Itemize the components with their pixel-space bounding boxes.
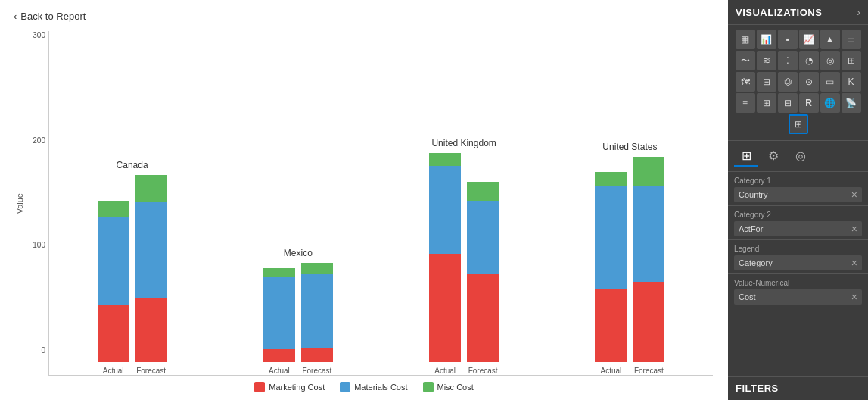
bar-x-label-3-0: Actual: [600, 367, 621, 375]
field-pill-1[interactable]: ActFor×: [734, 221, 862, 236]
field-section-label-2: Legend: [734, 245, 862, 253]
field-pill-2[interactable]: Category×: [734, 255, 862, 270]
legend-label-0: Marketing Cost: [269, 383, 325, 392]
y-axis-label: Value: [15, 193, 24, 214]
bar-segment-1-0-0: [263, 349, 295, 362]
chart-legend: Marketing CostMaterials CostMisc Cost: [254, 382, 474, 392]
back-label: Back to Report: [20, 11, 86, 22]
viz-icon-table[interactable]: ⊞: [757, 93, 776, 113]
bars-row-3: ActualForecast: [555, 157, 705, 375]
legend-item-2: Misc Cost: [423, 382, 474, 392]
field-section-3: Value-NumericalCost×: [728, 274, 868, 308]
bar-segment-2-0-2: [429, 153, 461, 166]
stacked-bar-1-1[interactable]: [301, 263, 333, 362]
viz-icon-bar[interactable]: 📊: [757, 30, 776, 49]
tab-analytics[interactable]: ◎: [789, 145, 813, 167]
viz-icon-map[interactable]: 🗺: [736, 72, 755, 92]
field-pill-remove-3[interactable]: ×: [851, 292, 857, 302]
viz-icon-treemap[interactable]: ⊞: [842, 51, 861, 70]
bar-x-label-2-0: Actual: [434, 367, 456, 375]
filters-header: FILTERS: [728, 376, 868, 400]
viz-icon-waterfall[interactable]: ≋: [757, 51, 776, 70]
panel-title: VISUALIZATIONS: [736, 7, 822, 18]
panel-collapse-button[interactable]: ›: [857, 6, 860, 18]
viz-icon-gauge[interactable]: ⊙: [799, 72, 819, 92]
field-pill-3[interactable]: Cost×: [734, 289, 862, 305]
bar-segment-1-1-0: [301, 348, 333, 362]
bar-segment-2-1-1: [467, 201, 499, 274]
field-pill-remove-1[interactable]: ×: [851, 223, 857, 234]
viz-icon-donut[interactable]: ◎: [820, 51, 840, 70]
field-pill-value-0: Country: [739, 190, 768, 199]
bar-segment-2-1-0: [467, 274, 499, 362]
stacked-bar-0-1[interactable]: [135, 175, 167, 362]
viz-icon-funnel[interactable]: ⏣: [778, 72, 798, 92]
bar-segment-3-1-0: [633, 282, 664, 362]
bars-row-2: ActualForecast: [389, 153, 540, 375]
viz-icon-pie[interactable]: ◔: [799, 51, 819, 70]
country-group-0: CanadaActualForecast: [57, 160, 207, 375]
bar-col-3-1: Forecast: [633, 157, 664, 375]
y-axis-ticks: 300 200 100 0: [27, 31, 48, 376]
field-pill-0[interactable]: Country×: [734, 187, 862, 202]
bar-segment-0-0-1: [98, 217, 129, 305]
stacked-bar-3-0[interactable]: [595, 172, 627, 362]
stacked-bar-1-0[interactable]: [263, 268, 295, 362]
viz-icon-slicer[interactable]: ≡: [736, 93, 755, 113]
legend-item-0: Marketing Cost: [254, 382, 325, 392]
viz-icon-r[interactable]: R: [799, 93, 819, 113]
viz-icons-row-4: ≡ ⊞ ⊟ R 🌐 📡: [733, 93, 863, 113]
field-section-0: Category 1Country×: [728, 172, 868, 206]
bar-segment-0-1-2: [135, 175, 167, 203]
tab-format[interactable]: ⚙: [761, 145, 786, 167]
legend-swatch-2: [423, 382, 434, 392]
viz-icon-selected[interactable]: ⊞: [789, 114, 808, 134]
stacked-bar-2-1[interactable]: [467, 182, 499, 362]
country-label-0: Canada: [117, 160, 148, 170]
bar-segment-3-1-2: [633, 157, 664, 186]
chart-container: Value 300 200 100 0 CanadaActualForecast…: [8, 31, 720, 392]
viz-icon-filled-map[interactable]: ⊟: [757, 72, 776, 92]
bar-segment-3-0-1: [595, 186, 627, 289]
viz-icon-combo[interactable]: ⚌: [842, 30, 861, 49]
stacked-bar-3-1[interactable]: [633, 157, 664, 362]
viz-icon-stacked-bar[interactable]: ▦: [736, 30, 755, 49]
bar-x-label-0-1: Forecast: [136, 367, 166, 375]
field-section-2: LegendCategory×: [728, 240, 868, 274]
country-group-2: United KingdomActualForecast: [389, 138, 540, 375]
field-pill-value-1: ActFor: [739, 224, 763, 233]
viz-icon-kpi[interactable]: K: [842, 72, 861, 92]
bar-x-label-1-0: Actual: [269, 367, 290, 375]
viz-icon-scatter[interactable]: ⁚: [778, 51, 798, 70]
bar-x-label-0-0: Actual: [103, 367, 124, 375]
chart-with-axis: Value 300 200 100 0 CanadaActualForecast…: [15, 31, 713, 376]
field-pill-remove-0[interactable]: ×: [851, 189, 857, 200]
bar-segment-0-0-0: [98, 305, 129, 362]
bar-segment-2-0-1: [429, 166, 461, 254]
viz-icon-area[interactable]: ▲: [820, 30, 840, 49]
viz-icon-globe[interactable]: 🌐: [820, 93, 840, 113]
viz-icon-card[interactable]: ▭: [820, 72, 840, 92]
bars-row-0: ActualForecast: [57, 175, 207, 375]
main-area: ‹ Back to Report Value 300 200 100 0 Can…: [0, 0, 728, 400]
field-section-1: Category 2ActFor×: [728, 206, 868, 240]
field-pill-remove-2[interactable]: ×: [851, 258, 857, 268]
viz-icon-column[interactable]: ▪: [778, 30, 798, 49]
viz-icons-row-1: ▦ 📊 ▪ 📈 ▲ ⚌: [733, 30, 863, 49]
viz-icons-row-5: ⊞: [733, 114, 863, 134]
country-group-3: United StatesActualForecast: [555, 142, 705, 375]
stacked-bar-0-0[interactable]: [98, 201, 129, 362]
field-section-label-1: Category 2: [734, 211, 862, 219]
stacked-bar-2-0[interactable]: [429, 153, 461, 362]
bar-x-label-2-1: Forecast: [468, 367, 498, 375]
legend-label-2: Misc Cost: [437, 383, 474, 392]
viz-icon-ribbon[interactable]: 〜: [736, 51, 755, 70]
tab-fields[interactable]: ⊞: [734, 145, 758, 167]
viz-icon-line[interactable]: 📈: [799, 30, 819, 49]
bar-col-1-0: Actual: [263, 268, 295, 375]
back-to-report-button[interactable]: ‹ Back to Report: [8, 8, 720, 25]
legend-label-1: Materials Cost: [354, 383, 407, 392]
field-section-label-3: Value-Numerical: [734, 279, 862, 287]
viz-icon-matrix[interactable]: ⊟: [778, 93, 798, 113]
viz-icon-custom[interactable]: 📡: [842, 93, 861, 113]
